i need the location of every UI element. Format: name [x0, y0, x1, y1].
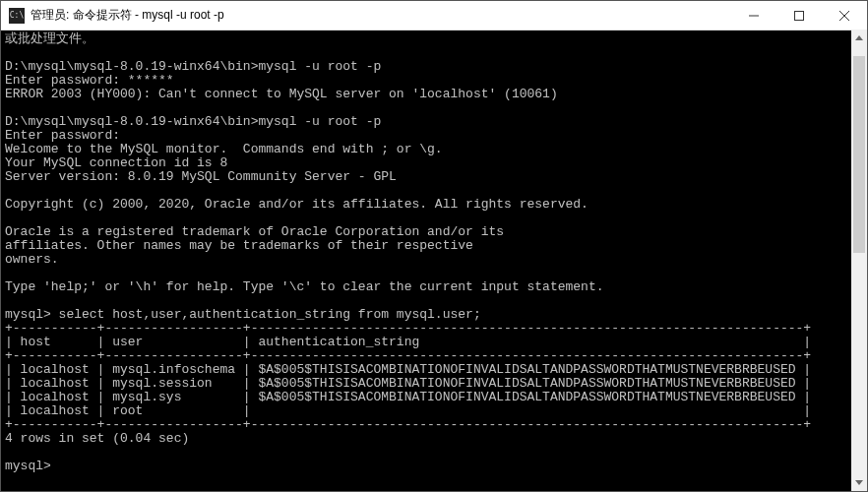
chevron-up-icon: [855, 35, 863, 40]
text-line: Your MySQL connection id is 8: [5, 155, 227, 170]
error-line: ERROR 2003 (HY000): Can't connect to MyS…: [5, 87, 558, 101]
close-button[interactable]: [822, 1, 867, 31]
rows-in-set: 4 rows in set (0.04 sec): [5, 431, 189, 446]
terminal-output[interactable]: 或批处理文件。 D:\mysql\mysql-8.0.19-winx64\bin…: [1, 31, 867, 491]
scroll-down-button[interactable]: [851, 474, 867, 491]
shell-prompt: D:\mysql\mysql-8.0.19-winx64\bin>mysql -…: [5, 114, 381, 129]
text-line: 或批处理文件。: [5, 31, 94, 46]
text-line: Enter password: ******: [5, 73, 174, 88]
titlebar[interactable]: C:\ 管理员: 命令提示符 - mysql -u root -p: [1, 1, 867, 31]
table-border: +-----------+------------------+--------…: [5, 348, 811, 363]
mysql-prompt: mysql>: [5, 459, 59, 473]
text-line: Server version: 8.0.19 MySQL Community S…: [5, 169, 397, 184]
scroll-up-button[interactable]: [851, 30, 867, 46]
cmd-window: C:\ 管理员: 命令提示符 - mysql -u root -p 或批处理文件…: [0, 0, 868, 492]
table-row: | localhost | mysql.sys | $A$005$THISISA…: [5, 390, 811, 404]
minimize-button[interactable]: [731, 1, 776, 31]
text-line: Enter password:: [5, 128, 120, 143]
close-icon: [839, 11, 849, 21]
table-header: | host | user | authentication_string |: [5, 335, 811, 349]
vertical-scrollbar[interactable]: [851, 30, 867, 491]
chevron-down-icon: [855, 480, 863, 485]
text-line: Type 'help;' or '\h' for help. Type '\c'…: [5, 279, 604, 294]
text-line: owners.: [5, 252, 59, 267]
shell-prompt: D:\mysql\mysql-8.0.19-winx64\bin>mysql -…: [5, 59, 381, 74]
minimize-icon: [749, 11, 759, 21]
svg-rect-0: [795, 11, 804, 20]
scrollbar-thumb[interactable]: [853, 56, 865, 253]
table-row: | localhost | mysql.session | $A$005$THI…: [5, 376, 811, 391]
maximize-button[interactable]: [776, 1, 822, 31]
table-row: | localhost | root | |: [5, 403, 811, 418]
window-title: 管理员: 命令提示符 - mysql -u root -p: [31, 7, 224, 24]
maximize-icon: [794, 11, 804, 21]
scrollbar-track[interactable]: [851, 46, 867, 474]
text-line: Copyright (c) 2000, 2020, Oracle and/or …: [5, 197, 589, 212]
table-row: | localhost | mysql.infoschema | $A$005$…: [5, 362, 811, 377]
table-border: +-----------+------------------+--------…: [5, 417, 811, 432]
mysql-query: mysql> select host,user,authentication_s…: [5, 307, 481, 322]
cmd-icon: C:\: [9, 8, 25, 24]
text-line: Oracle is a registered trademark of Orac…: [5, 224, 504, 239]
table-border: +-----------+------------------+--------…: [5, 321, 811, 336]
text-line: Welcome to the MySQL monitor. Commands e…: [5, 142, 443, 156]
text-line: affiliates. Other names may be trademark…: [5, 238, 473, 253]
